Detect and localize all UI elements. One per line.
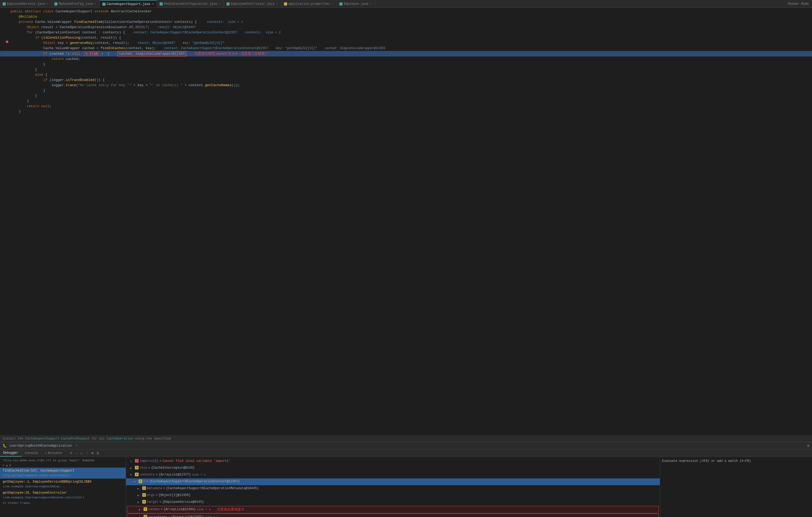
frame-item-get-employee-controller[interactable]: getEmployee:16, EmployeeController (com.… (0, 490, 126, 501)
properties-file-icon (284, 2, 287, 5)
var-name: this (140, 465, 147, 470)
frame-item-get-employee-service[interactable]: getEmployee:-1, EmployeeService$$$Spring… (0, 479, 126, 490)
var-metadata[interactable]: ▶ i metadata = {CacheAspectSupport$Cache… (126, 485, 660, 492)
hidden-frames-label: 15 hidden frames (0, 501, 126, 506)
toolbar-step-out-btn[interactable]: ↑ (85, 451, 89, 455)
tab-close-btn[interactable]: × (94, 2, 97, 5)
tab-debugger[interactable]: Debugger (0, 450, 22, 457)
tab-actuator[interactable]: ⚡ Actuator (41, 450, 66, 457)
var-contexts-0[interactable]: ▼ i 0 = {CacheAspectSupport$CacheOperati… (126, 479, 660, 485)
tab-console[interactable]: Console (22, 450, 41, 457)
code-content: else { (10, 72, 810, 78)
filter-row: ▽ ▲ ⊕ (0, 463, 126, 468)
debug-close-icon[interactable]: × (76, 444, 78, 447)
var-value: Cannot find local variable 'imports' (163, 458, 230, 464)
code-line: } (0, 99, 812, 104)
breakpoint-indicator (6, 40, 8, 43)
toolbar-step-over-btn[interactable]: ↓ (74, 451, 79, 455)
var-type-icon: i (139, 480, 142, 483)
tab-close-btn[interactable]: × (370, 2, 372, 5)
tab-label: application.properties (288, 2, 330, 6)
code-content: return cached; (10, 56, 810, 62)
var-type-icon: i (142, 500, 146, 504)
var-equals: = (163, 486, 165, 491)
var-type-icon: i (144, 507, 147, 511)
var-type-icon: i (142, 493, 146, 497)
tab-close-btn[interactable]: × (276, 2, 279, 5)
expand-icon: ▶ (139, 507, 143, 513)
doc-class-link[interactable]: CacheOperation (107, 437, 133, 440)
tab-employee-service[interactable]: EmployeeService.java × (0, 0, 52, 8)
tab-bar: EmployeeService.java × MyCacheConfig.jav… (0, 0, 812, 8)
tab-application-properties[interactable]: application.properties × (281, 0, 337, 8)
tab-close-btn[interactable]: × (219, 2, 221, 5)
var-name: cacheNames (148, 514, 167, 517)
var-type-icon: i (144, 515, 147, 517)
var-cache-names[interactable]: ▶ i cacheNames = {ArrayList@12365} size … (127, 514, 659, 517)
var-name: contexts (140, 472, 155, 477)
code-content: } (10, 99, 810, 104)
code-content: for (CacheOperationContext context : con… (10, 30, 810, 35)
code-content: if (isConditionPassing(context, result))… (10, 35, 810, 40)
tab-employee[interactable]: Employee.java × (337, 0, 375, 8)
tab-close-btn[interactable]: × (46, 2, 49, 5)
java-file-icon (160, 2, 163, 5)
code-line: else { (0, 72, 812, 78)
code-content: private Cache.ValueWrapper findCachedIte… (10, 20, 810, 25)
var-type-icon: i (135, 466, 139, 469)
java-file-icon (3, 2, 6, 5)
code-line: Cache.ValueWrapper cached = findInCaches… (0, 46, 812, 51)
code-content: if (cached != null = true ) { cached: Si… (10, 51, 810, 56)
tab-redis-cache-config[interactable]: RedisCacheConfiguration.java × (157, 0, 224, 8)
var-name: caches (148, 507, 160, 512)
var-type-icon: i (135, 472, 139, 476)
java-file-icon (54, 2, 57, 5)
var-size: size = 1 (197, 507, 211, 512)
var-caches[interactable]: ▶ i caches = {ArrayList@12364} size = 1 … (127, 506, 659, 513)
settings-icon[interactable]: ⚙ (807, 443, 809, 448)
var-target[interactable]: ▶ i target = {EmployeeService@8145} (126, 499, 660, 506)
var-this[interactable]: ▶ i this = {CacheInterceptor@8149} (126, 465, 660, 471)
var-value: {ArrayList@12377} (159, 472, 191, 477)
var-value: {CacheAspectSupport$CacheOperationMetada… (166, 486, 259, 491)
tab-close-btn[interactable]: × (331, 2, 334, 5)
var-value: {ArrayList@12365} (171, 514, 203, 517)
var-imports[interactable]: ✕ ! imports[0] = Cannot find local varia… (126, 458, 660, 465)
tab-cache-aspect-support[interactable]: CacheAspectSupport.java × (100, 0, 157, 8)
code-line: return cached; (0, 56, 812, 62)
frame-method-name: getEmployee:-1, EmployeeService$$$Spring… (3, 480, 91, 484)
tab-label: CacheAspectSupport.java (107, 2, 150, 6)
var-value: {CacheAspectSupport$CacheOperationContex… (149, 479, 240, 484)
code-editor: public abstract class CacheAspectSupport… (0, 8, 812, 436)
toolbar-frames-btn[interactable]: ⊞ (90, 451, 94, 455)
filter-label: ▲ (6, 464, 8, 467)
var-equals: = (156, 472, 158, 477)
code-content: Cache.ValueWrapper cached = findInCaches… (10, 46, 810, 51)
toolbar-list-btn[interactable]: ≡ (69, 451, 73, 455)
var-equals: = (168, 514, 170, 517)
code-line: @Nullable (0, 14, 812, 20)
var-equals: = (160, 458, 162, 464)
var-value: {Object[1]@12356} (158, 493, 191, 498)
eval-header: Evaluate expression (⌥F8) or add a watch… (662, 459, 810, 463)
tab-employee-controller[interactable]: EmployeeController.java × (224, 0, 281, 8)
var-contexts[interactable]: ▼ i contexts = {ArrayList@12377} size = … (126, 471, 660, 479)
doc-method-link[interactable]: CacheAspectSupport.CachePutRequest (25, 437, 89, 440)
var-args[interactable]: ▶ i args = {Object[1]@12356} (126, 492, 660, 499)
code-line: if (logger.isTraceEnabled()) { (0, 78, 812, 83)
tab-my-cache-config[interactable]: MyCacheConfig.java × (52, 0, 100, 8)
actuator-icon: ⚡ (45, 451, 47, 455)
code-line: logger.trace("No cache entry for key '" … (0, 83, 812, 88)
code-line: } (0, 93, 812, 99)
var-name: args (147, 493, 154, 498)
code-line-highlighted: → if (cached != null = true ) { cached: … (0, 51, 812, 56)
toolbar-settings-btn[interactable]: ≣ (95, 451, 100, 455)
toolbar-step-into-btn[interactable]: ↙ (80, 451, 84, 455)
frame-item-find-cached[interactable]: findCachedItem:537, CacheAspectSupport (… (0, 468, 126, 479)
var-size: size = 1 (192, 472, 206, 477)
tab-close-btn[interactable]: × (151, 2, 154, 6)
java-file-icon (339, 2, 343, 5)
var-name: metadata (147, 486, 162, 491)
var-equals: = (161, 507, 163, 512)
var-size: size = 1 (204, 514, 219, 517)
